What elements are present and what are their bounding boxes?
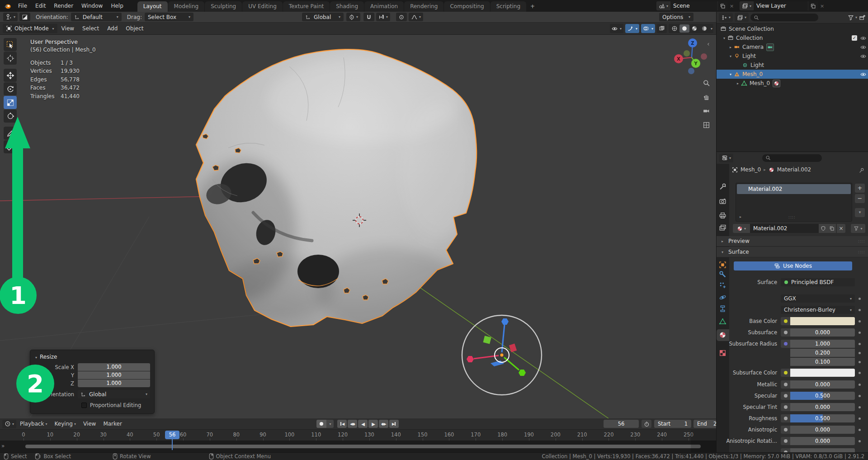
outliner-display-mode-dropdown[interactable]: ▾ <box>735 13 749 22</box>
copy-material-button[interactable] <box>827 224 836 233</box>
tab-render[interactable] <box>719 198 727 206</box>
play-button[interactable]: ▶ <box>368 420 378 428</box>
material-slot-list[interactable]: Material.002 ▸ ∷∷ <box>736 183 852 222</box>
nodetree-filter-dropdown[interactable]: ▾ <box>851 224 865 233</box>
view-layer-name-field[interactable]: View Layer <box>754 1 808 10</box>
timeline-menu-view[interactable]: View <box>80 421 99 427</box>
scale-plane-yz-handle[interactable] <box>509 344 517 352</box>
decorator-dot[interactable] <box>859 332 861 334</box>
shading-material-button[interactable] <box>689 24 699 33</box>
material-slot[interactable]: Material.002 <box>737 184 851 194</box>
clipped-slider[interactable] <box>790 448 855 452</box>
value-socket[interactable] <box>784 417 788 420</box>
eye-icon[interactable] <box>860 35 866 41</box>
tool-scale[interactable] <box>4 96 17 109</box>
tool-falloff-dropdown[interactable]: ▾ <box>3 13 18 21</box>
decorator-dot[interactable] <box>859 429 861 431</box>
decorator-dot[interactable] <box>859 309 861 311</box>
resize-orientation-dropdown[interactable]: Global▾ <box>78 390 150 398</box>
tool-transform[interactable] <box>4 109 17 123</box>
properties-search-input[interactable] <box>762 154 822 162</box>
outliner-filter-button[interactable]: ▾ <box>848 14 857 21</box>
outliner-row-mesh0[interactable]: ▾ Mesh_0 <box>717 70 868 79</box>
tab-uv-editing[interactable]: UV Editing <box>242 1 283 12</box>
scale-x-handle[interactable] <box>467 356 474 362</box>
auto-keying-button[interactable] <box>316 420 326 428</box>
eye-icon[interactable] <box>860 44 866 50</box>
scene-browse-button[interactable]: ▾ <box>656 1 670 10</box>
pivot-point-dropdown[interactable]: ▾ <box>346 13 360 21</box>
timeline-track-area[interactable] <box>0 441 716 452</box>
proportional-editing-toggle[interactable] <box>396 13 407 21</box>
specular-slider[interactable]: 0.500 <box>790 392 855 400</box>
visibility-dropdown[interactable]: ▾ <box>610 24 623 33</box>
tool-move[interactable] <box>4 69 17 82</box>
use-nodes-button[interactable]: Use Nodes <box>734 261 852 270</box>
subsurface-radius-z[interactable]: 0.100 <box>790 358 855 366</box>
menu-help[interactable]: Help <box>107 0 127 12</box>
blender-logo-icon[interactable] <box>4 3 11 9</box>
jump-to-start-button[interactable]: ◀ <box>337 420 347 428</box>
orientation-dropdown[interactable]: Default▾ <box>71 13 122 21</box>
tool-rotate[interactable] <box>4 82 17 95</box>
tab-modifiers[interactable] <box>719 270 727 279</box>
timeline-menu-keying[interactable]: Keying▾ <box>51 421 80 427</box>
tab-layout[interactable]: Layout <box>137 1 168 12</box>
menu-file[interactable]: File <box>14 0 31 12</box>
zoom-view-icon[interactable] <box>702 78 711 87</box>
view-layer-unlink-button[interactable]: × <box>818 3 826 9</box>
anisotropic-slider[interactable]: 0.000 <box>790 426 855 434</box>
scale-y-handle[interactable] <box>519 370 526 376</box>
viewport-menu-view[interactable]: View <box>57 25 78 32</box>
breadcrumb-material[interactable]: Material.002 <box>777 166 811 173</box>
axis-neg-y[interactable] <box>684 50 690 57</box>
playhead-line[interactable] <box>172 438 173 450</box>
subsurface-color-swatch[interactable] <box>790 369 855 377</box>
decorator-dot[interactable] <box>859 372 861 374</box>
anisotropic-rotation-slider[interactable]: 0.000 <box>790 437 855 445</box>
tab-scripting[interactable]: Scripting <box>491 1 527 12</box>
next-keyframe-button[interactable]: ◆▶ <box>379 420 388 428</box>
remove-material-slot-button[interactable]: − <box>855 194 865 203</box>
transform-orientation-dropdown[interactable]: Global▾ <box>302 13 344 21</box>
value-socket[interactable] <box>784 405 788 409</box>
tab-modeling[interactable]: Modeling <box>168 1 205 12</box>
decorator-dot[interactable] <box>859 352 861 354</box>
scene-unlink-button[interactable]: × <box>727 3 736 9</box>
mode-dropdown[interactable]: Object Mode▾ <box>3 24 57 33</box>
decorator-dot[interactable] <box>859 384 861 386</box>
tab-compositing[interactable]: Compositing <box>444 1 490 12</box>
view-layer-browse-button[interactable]: ▾ <box>740 1 754 10</box>
scene-name-field[interactable]: Scene <box>670 1 717 10</box>
decorator-dot[interactable] <box>859 361 861 363</box>
scale-plane-xz-handle[interactable] <box>483 336 491 344</box>
color-socket[interactable] <box>784 371 788 375</box>
add-workspace-button[interactable]: + <box>527 1 539 12</box>
proportional-falloff-dropdown[interactable]: ▾ <box>409 13 423 21</box>
new-collection-button[interactable] <box>859 14 866 21</box>
subsurface-method-dropdown[interactable]: Christensen-Burley▾ <box>781 306 855 314</box>
decorator-dot[interactable] <box>859 298 861 300</box>
outliner-row-mesh0-data[interactable]: ▸ Mesh_0 <box>717 79 868 88</box>
overlays-toggle-dropdown[interactable]: ▾ <box>641 24 655 33</box>
outliner-row-light-data[interactable]: Light <box>717 61 868 70</box>
material-specials-dropdown[interactable]: ▾ <box>855 208 865 217</box>
menu-window[interactable]: Window <box>77 0 107 12</box>
jump-to-end-button[interactable]: ▶ <box>389 420 399 428</box>
tab-shading[interactable]: Shading <box>330 1 364 12</box>
tool-annotate[interactable] <box>4 127 17 140</box>
viewport-menu-add[interactable]: Add <box>103 25 122 32</box>
proportional-editing-checkbox[interactable] <box>81 403 87 408</box>
use-preview-range-button[interactable] <box>642 420 651 428</box>
surface-panel-header[interactable]: ▾Surface∷∷ <box>717 247 868 257</box>
scale-z-handle[interactable] <box>501 318 509 325</box>
viewport-menu-object[interactable]: Object <box>122 25 147 32</box>
snap-settings-dropdown[interactable]: ▾ <box>376 13 390 21</box>
viewport-menu-select[interactable]: Select <box>78 25 103 32</box>
timeline-ruler[interactable]: 0102030405060708090100110120130140150160… <box>0 430 716 441</box>
outliner-row-light[interactable]: ▾ Light <box>717 52 868 61</box>
collection-checkbox[interactable]: ✓ <box>852 35 857 41</box>
outliner-row-scene-collection[interactable]: Scene Collection <box>717 24 868 33</box>
perspective-toggle-icon[interactable] <box>702 120 711 129</box>
subsurface-radius-y[interactable]: 0.200 <box>790 349 855 357</box>
